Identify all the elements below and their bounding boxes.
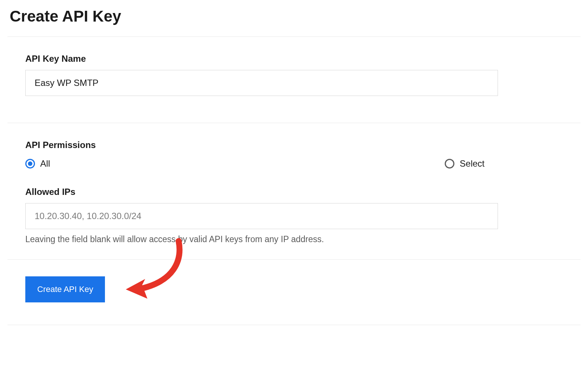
api-permissions-radio-group: All Select [25,158,563,169]
radio-icon [25,159,35,168]
section-api-permissions: API Permissions All Select Allowed IPs L… [7,123,581,260]
section-api-key-name: API Key Name [7,37,581,123]
form-panel: API Key Name API Permissions All Select … [7,36,581,325]
section-footer: Create API Key [7,260,581,325]
create-api-key-button[interactable]: Create API Key [25,276,105,302]
radio-label-all: All [40,158,50,169]
radio-label-select: Select [460,158,485,169]
api-permissions-label: API Permissions [25,140,563,150]
allowed-ips-help: Leaving the field blank will allow acces… [25,234,563,244]
api-key-name-input[interactable] [25,70,498,96]
radio-icon [445,159,454,168]
allowed-ips-label: Allowed IPs [25,187,563,197]
radio-option-select[interactable]: Select [445,158,485,169]
allowed-ips-input[interactable] [25,203,498,229]
page-title: Create API Key [10,7,581,25]
api-key-name-label: API Key Name [25,54,563,64]
radio-option-all[interactable]: All [25,158,434,169]
